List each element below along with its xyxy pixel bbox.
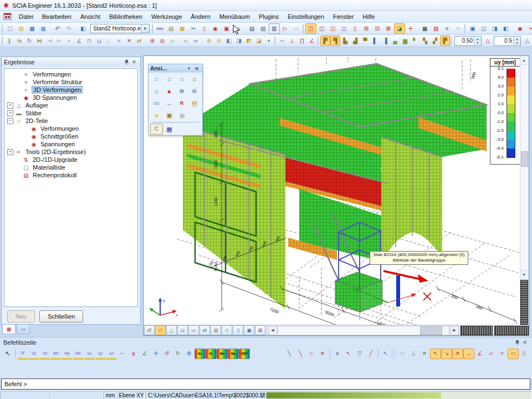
- view-local-axes-icon[interactable]: ▞: [430, 35, 440, 46]
- properties-overflow-icon[interactable]: ▾: [264, 35, 274, 46]
- tree-item[interactable]: ◉ Verformungen: [4, 125, 137, 132]
- calculation-icon[interactable]: ⊞: [361, 23, 372, 34]
- result-ux-icon[interactable]: ux: [84, 348, 95, 360]
- save-icon[interactable]: ▦: [27, 23, 38, 34]
- copy-replace-properties-icon[interactable]: ⊖: [214, 35, 224, 46]
- tab-properties[interactable]: ▦: [2, 325, 16, 334]
- toolbar-grip[interactable]: [392, 350, 395, 358]
- image-icon[interactable]: ▭: [232, 23, 243, 34]
- snap-midpoint-icon[interactable]: ↔: [463, 349, 474, 359]
- view-toolbar-header[interactable]: Ansi... ▼ ✕: [149, 64, 202, 73]
- calc-report-disabled-icon[interactable]: ≡: [453, 23, 464, 34]
- status-plane[interactable]: Ebene XY: [117, 391, 145, 399]
- reverse-orientation-icon[interactable]: ⇄: [134, 35, 144, 46]
- menu-item-ansicht[interactable]: Ansicht: [76, 12, 105, 21]
- pin-icon[interactable]: [513, 339, 521, 346]
- snap-line-icon[interactable]: ╲: [284, 349, 295, 359]
- view-surfaces-icon[interactable]: ▛: [320, 35, 330, 46]
- polyline-edit-icon[interactable]: ⊓: [84, 35, 94, 46]
- trim-member-icon[interactable]: ⊢: [54, 35, 64, 46]
- tree-item[interactable]: + △ Auflager: [4, 101, 137, 109]
- scroll-up-icon[interactable]: ▲: [520, 56, 528, 65]
- paste-all-properties-icon[interactable]: ◪: [254, 35, 264, 46]
- horizontal-ruler-bar[interactable]: [494, 326, 529, 335]
- cursor-settings-icon[interactable]: ↖: [380, 349, 391, 359]
- smooth-results-icon[interactable]: △: [522, 35, 532, 46]
- zoom-all-icon[interactable]: ↔: [163, 98, 176, 109]
- toolbar-grip[interactable]: [274, 37, 275, 45]
- results-lock-icon[interactable]: ◪: [394, 23, 405, 34]
- draw-section-icon[interactable]: ∏: [297, 35, 307, 46]
- document-view-icon[interactable]: ▥: [269, 23, 280, 34]
- light-icon[interactable]: ●: [150, 110, 163, 121]
- spin-up-icon[interactable]: ▲: [514, 37, 520, 41]
- result-vz-icon[interactable]: Vz: [39, 348, 50, 360]
- show-supports-icon[interactable]: △: [166, 325, 177, 335]
- scroll-right-icon[interactable]: ▶: [450, 326, 459, 335]
- toolbar-grip[interactable]: [2, 24, 3, 33]
- result-node-icon[interactable]: ✛: [150, 349, 161, 359]
- snap-endpoint-icon[interactable]: ↖: [430, 349, 441, 359]
- ruler-icon[interactable]: ▭: [508, 349, 519, 359]
- print-preview-icon[interactable]: ▧: [258, 23, 269, 34]
- mesh-generation-icon[interactable]: ⊠: [383, 23, 394, 34]
- print-icon[interactable]: ▤: [247, 23, 258, 34]
- tree-item[interactable]: ≈ Verformte Struktur: [4, 78, 137, 86]
- tile-horizontal-icon[interactable]: ◨: [489, 23, 500, 34]
- cascade-windows-icon[interactable]: ◫: [478, 23, 489, 34]
- snap-tangent-icon[interactable]: ≈: [497, 349, 508, 359]
- view-3d-window-icon[interactable]: ▦: [163, 124, 176, 135]
- project-manager-icon[interactable]: ◧: [78, 23, 89, 34]
- new-window-icon[interactable]: ▣: [467, 23, 478, 34]
- close-panel-icon[interactable]: ✕: [130, 58, 138, 65]
- toolbar-dropdown-icon[interactable]: ▼: [185, 65, 193, 72]
- visibility-icon[interactable]: ◉: [515, 23, 526, 34]
- tree-item[interactable]: ◆ 3D Spannungen: [4, 94, 137, 101]
- close-panel-icon[interactable]: ✕: [521, 339, 529, 346]
- result-uz-icon[interactable]: uz: [106, 348, 117, 360]
- save-all-icon[interactable]: ▦: [38, 23, 49, 34]
- command-input[interactable]: Befehl >: [1, 378, 530, 390]
- snap-dot-line-icon[interactable]: ╱: [365, 349, 376, 359]
- tree-expander-icon[interactable]: +: [7, 103, 13, 109]
- tree-item[interactable]: − ▱ 2D-Teile: [4, 117, 137, 125]
- tree-item[interactable]: ▤ Rechenprotokoll: [4, 171, 137, 179]
- deformation-scale-input[interactable]: 0.50 ▲▼: [454, 36, 482, 46]
- undo-icon[interactable]: ↶: [52, 23, 63, 34]
- menu-item-hilfe[interactable]: Hilfe: [358, 12, 379, 21]
- menu-item-ändern[interactable]: Ändern: [186, 12, 214, 21]
- autodesign-icon[interactable]: ✛: [405, 23, 416, 34]
- view-front-icon[interactable]: ⌂: [163, 73, 176, 84]
- snap-intersection-icon[interactable]: ✕: [452, 349, 463, 359]
- send-document-icon[interactable]: ▷: [280, 23, 291, 34]
- spin-down-icon[interactable]: ▼: [474, 41, 481, 45]
- scissors-icon[interactable]: ✂: [188, 23, 199, 34]
- spin-down-icon[interactable]: ▼: [514, 41, 520, 45]
- layers-icon[interactable]: ▤: [166, 23, 177, 34]
- open-project-icon[interactable]: ▤: [16, 23, 27, 34]
- view-settings-icon[interactable]: ⊞: [255, 325, 265, 335]
- toolbar-grip[interactable]: [318, 37, 319, 45]
- paste-contents-icon[interactable]: ◨: [234, 35, 244, 46]
- view-wireframe-icon[interactable]: ▙: [340, 35, 350, 46]
- menu-item-datei[interactable]: Datei: [14, 12, 38, 21]
- chamfer-icon[interactable]: ∟: [104, 35, 114, 46]
- move-node-icon[interactable]: ◎: [157, 35, 167, 46]
- origin-snap-icon[interactable]: ✕: [419, 349, 430, 359]
- result-rotation-cw-icon[interactable]: ↻: [172, 349, 183, 359]
- import-results-icon[interactable]: ▧: [431, 23, 442, 34]
- ortho-mode-icon[interactable]: ⊥: [408, 349, 419, 359]
- view-member-axes-icon[interactable]: ▚: [420, 35, 430, 46]
- view-transparent-icon[interactable]: ▟: [350, 35, 360, 46]
- calc-report-icon[interactable]: ≡: [442, 23, 453, 34]
- spin-up-icon[interactable]: ▲: [474, 37, 481, 41]
- polygon-edit-icon[interactable]: ▱: [167, 35, 177, 46]
- copy-all-properties-icon[interactable]: ◩: [244, 35, 254, 46]
- snap-polar-icon[interactable]: ∠: [474, 349, 485, 359]
- toolbar-grip[interactable]: [2, 37, 3, 45]
- result-mx-icon[interactable]: Mx: [50, 348, 62, 360]
- menu-item-bibliotheken[interactable]: Bibliotheken: [105, 12, 147, 21]
- fast-view-parameters-icon[interactable]: ▣: [244, 325, 254, 335]
- view-top-icon[interactable]: ⌂: [150, 73, 163, 84]
- tree-item[interactable]: ▢ Materialliste: [4, 163, 137, 171]
